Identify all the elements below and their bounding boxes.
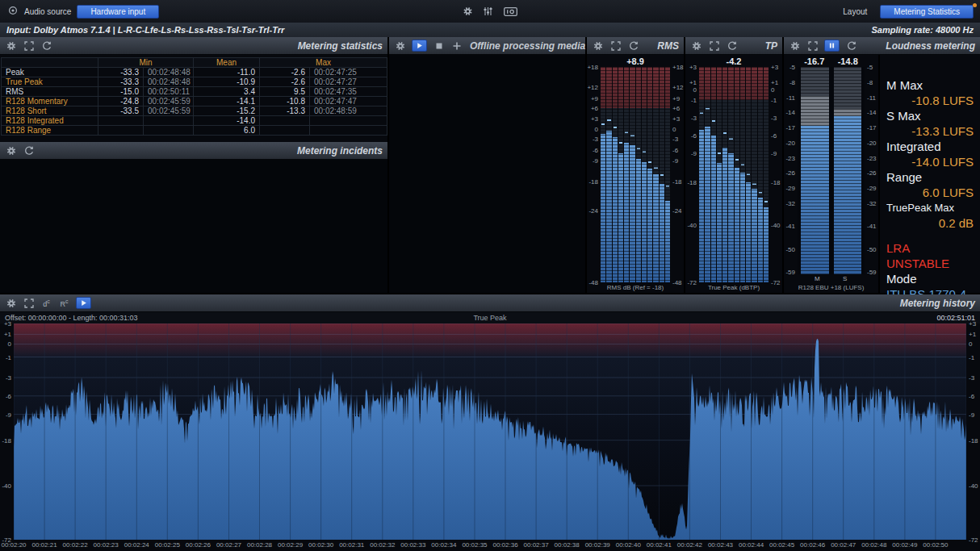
fullscreen-icon[interactable] xyxy=(806,40,819,52)
time-axis-label: 00:02:32 xyxy=(370,541,395,549)
gear-icon[interactable] xyxy=(789,40,801,52)
scale-tick-label: -18 xyxy=(687,178,697,186)
scale-tick-label: -50 xyxy=(867,245,877,253)
play-button[interactable] xyxy=(412,40,427,52)
meter-channel xyxy=(728,67,733,282)
scale-tick-label: -1 xyxy=(691,97,697,104)
scale-tick-label: -72 xyxy=(771,279,781,286)
time-axis-label: 00:02:24 xyxy=(124,541,149,549)
stat-cell: -33.3 xyxy=(98,77,144,87)
time-axis-label: 00:02:44 xyxy=(739,541,764,549)
fullscreen-icon[interactable] xyxy=(609,40,622,52)
scale-tick-label: -24 xyxy=(672,207,682,214)
stat-cell: 00:02:50:11 xyxy=(144,87,194,97)
layout-button[interactable]: Layout xyxy=(843,7,867,16)
history-time-axis: 00:02:2000:02:2100:02:2200:02:2300:02:24… xyxy=(0,540,980,551)
scale-tick-label: +18 xyxy=(587,64,598,71)
meter-channel xyxy=(630,67,634,282)
stop-button[interactable] xyxy=(433,40,445,52)
stat-cell: 00:02:45:59 xyxy=(144,97,194,106)
scale-tick-label: -20 xyxy=(867,139,877,146)
scale-tick-label: -23 xyxy=(867,154,877,161)
stat-cell: -33.3 xyxy=(98,68,144,77)
fullscreen-icon[interactable] xyxy=(23,40,35,52)
time-axis-label: 00:02:41 xyxy=(647,541,672,549)
scale-tick-label: -3 xyxy=(6,374,11,382)
loudness-readout: M Max-10.8 LUFSS Max-13.3 LUFSIntegrated… xyxy=(878,55,980,293)
rms-header-icons xyxy=(592,40,639,52)
audio-source-icon[interactable] xyxy=(6,5,19,17)
stat-row: R128 Momentary-24.800:02:45:59-14.1-10.8… xyxy=(2,97,387,106)
scale-tick-label: +1 xyxy=(771,78,778,86)
add-button[interactable] xyxy=(450,40,463,52)
tp-scale-right: +3+10-1-3-6-9-18-40-72 xyxy=(769,67,782,282)
gear-icon[interactable] xyxy=(394,40,406,52)
scale-tick-label: -9 xyxy=(969,411,974,418)
hardware-input-button[interactable]: Hardware input xyxy=(77,5,159,19)
stat-row: Peak-33.300:02:48:48-11.0-2.600:02:47:25 xyxy=(2,68,387,77)
rms-scale-left: +18+12+9+6+30-3-6-9-18-24-48 xyxy=(587,67,601,282)
refresh-icon[interactable] xyxy=(627,40,639,52)
metering-statistics-button[interactable]: Metering Statistics xyxy=(880,5,974,19)
scale-tick-label: -6 xyxy=(593,146,598,153)
fullscreen-icon[interactable] xyxy=(23,297,35,309)
stat-cell xyxy=(310,126,387,136)
stat-cell: -24.8 xyxy=(98,97,144,106)
scale-tick-label: +12 xyxy=(672,84,684,91)
meter-channel xyxy=(636,67,641,282)
loudness-item-value: -13.3 LUFS xyxy=(886,123,974,139)
stat-cell: R128 Momentary xyxy=(2,97,98,106)
stat-cell: -10.8 xyxy=(260,97,310,106)
gear-icon[interactable] xyxy=(462,6,474,18)
meter-channel xyxy=(746,67,751,282)
refresh-icon[interactable] xyxy=(726,40,738,52)
metering-statistics-panel: Metering statistics MinMeanMaxPeak-33.30… xyxy=(0,37,387,293)
gear-icon[interactable] xyxy=(5,297,17,309)
loudness-items: M Max-10.8 LUFSS Max-13.3 LUFSIntegrated… xyxy=(886,77,974,231)
play-button[interactable] xyxy=(76,297,91,309)
refresh-icon[interactable] xyxy=(40,40,52,52)
refresh-icon[interactable] xyxy=(23,144,35,157)
scale-tick-label: -5 xyxy=(867,64,873,71)
stats-column-header: Mean xyxy=(194,58,260,68)
time-axis-label: 00:02:43 xyxy=(708,541,733,549)
time-axis-label: 00:02:50 xyxy=(923,541,948,549)
loudness-item-label: S Max xyxy=(886,108,974,123)
stat-cell xyxy=(144,116,194,126)
io-routing-icon[interactable] xyxy=(502,6,519,18)
stat-cell: -13.3 xyxy=(260,106,310,116)
scale-tick-label: +3 xyxy=(969,320,976,328)
rc-icon[interactable]: Rc xyxy=(58,297,70,309)
metering-history-panel: dcRc Metering history Offset: 00:00:00:0… xyxy=(0,294,980,551)
gear-icon[interactable] xyxy=(690,40,702,52)
gear-icon[interactable] xyxy=(5,144,17,157)
scale-tick-label: -40 xyxy=(969,482,978,490)
tp-meter-caption: True Peak (dBTP) xyxy=(685,282,782,293)
history-plot-area[interactable] xyxy=(14,324,966,540)
top-toolbar: Audio source Hardware input Layout Meter… xyxy=(0,0,980,23)
stat-cell: True Peak xyxy=(2,77,98,87)
scale-tick-label: -9 xyxy=(6,411,11,418)
fullscreen-icon[interactable] xyxy=(708,40,720,52)
scale-tick-label: -59 xyxy=(867,269,877,276)
stat-row: R128 Short-33.500:02:45:59-15.2-13.300:0… xyxy=(2,106,387,116)
refresh-icon[interactable] xyxy=(845,40,857,52)
scale-tick-label: -6 xyxy=(672,146,678,153)
audio-source-button[interactable]: Audio source xyxy=(24,7,71,16)
gear-icon[interactable] xyxy=(5,40,17,52)
pause-button[interactable] xyxy=(824,40,840,52)
metering-history-plot[interactable] xyxy=(14,324,966,540)
stat-cell: 00:02:48:59 xyxy=(310,106,387,116)
stat-cell: -15.0 xyxy=(98,87,144,97)
scale-tick-label: -5 xyxy=(789,64,795,71)
stats-column-header xyxy=(2,58,98,68)
stat-cell: R128 Integrated xyxy=(2,116,98,126)
scale-tick-label: -26 xyxy=(785,169,795,177)
gear-icon[interactable] xyxy=(592,40,604,52)
faders-icon[interactable] xyxy=(482,6,494,18)
meter-channel xyxy=(660,67,664,282)
stat-cell: 3.4 xyxy=(194,87,260,97)
toolbar-right-group: Layout Metering Statistics xyxy=(843,5,974,19)
dc-icon[interactable]: dc xyxy=(40,297,52,309)
rms-meter-caption: RMS dB (Ref = -18) xyxy=(587,282,684,293)
